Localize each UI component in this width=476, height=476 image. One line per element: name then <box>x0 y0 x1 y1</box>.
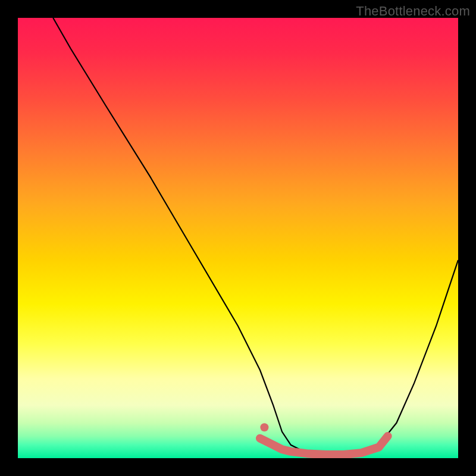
watermark-text: TheBottleneck.com <box>356 4 470 19</box>
highlight-band <box>260 436 388 455</box>
plot-area <box>18 18 458 458</box>
curve-line <box>53 18 458 456</box>
highlight-dot <box>260 423 268 431</box>
chart-svg <box>18 18 458 458</box>
